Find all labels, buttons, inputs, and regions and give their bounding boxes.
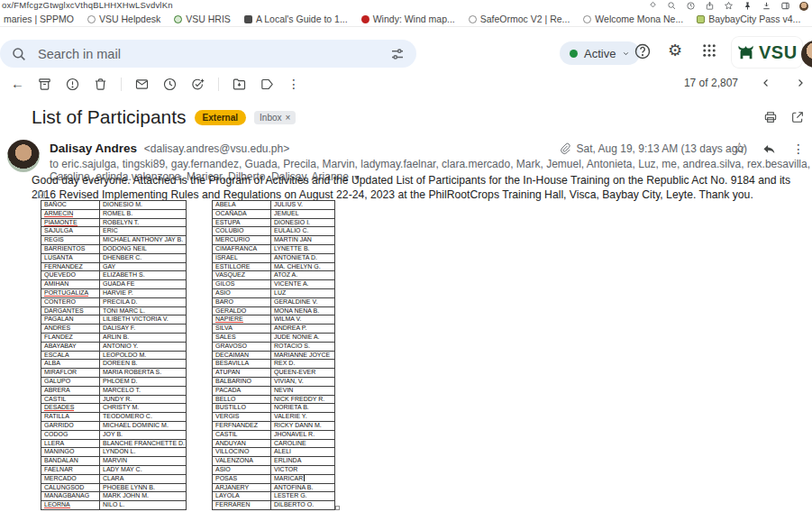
bookmark-item[interactable]: maries | SPPMO [4,14,74,24]
bookmark-item[interactable]: BaybayCity Pass v4... [697,14,800,24]
extensions-pin-icon[interactable] [743,1,753,11]
firstname-cell: GAY [100,262,187,271]
firstname-cell: ATOZ A. [271,271,335,280]
bookmark-item[interactable]: VSU HRIS [174,14,231,24]
archive-icon[interactable] [37,77,52,92]
browser-profile-avatar[interactable] [799,2,808,11]
zoom-icon[interactable] [667,1,677,11]
surname-cell: DESADES [41,404,100,413]
print-icon[interactable] [763,110,778,124]
surname-cell: CASTIL [41,395,100,404]
history-icon[interactable] [686,1,696,11]
more-options-icon[interactable]: ⋮ [287,77,300,91]
surname-cell: GILOS [213,280,271,289]
help-icon[interactable] [634,42,652,60]
firstname-cell: PRECILA D. [100,297,187,306]
firstname-cell: DALISAY F. [100,325,187,334]
bookmark-item[interactable]: A Local's Guide to 1... [244,14,348,24]
delete-icon[interactable] [93,77,108,92]
share-icon[interactable] [705,1,715,11]
table-resize-handle[interactable] [335,506,340,510]
settings-gear-icon[interactable]: ⚙ [668,41,682,59]
participant-row: CONTEROPRECILA D. [41,297,187,306]
side-panel-icon[interactable] [780,1,790,11]
firstname-cell: LILIBETH VICTORIA V. [100,315,187,325]
gmail-profile-avatar[interactable] [801,41,812,68]
participant-row: BAROGERALDINE V. [213,297,335,306]
surname-cell: DECAIMAN [213,351,271,360]
remove-label-icon[interactable]: × [286,113,291,123]
firstname-cell: ERLINDA [271,457,335,466]
surname-cell: ESCALA [41,351,100,360]
firstname-cell: ALELI [271,448,335,457]
snooze-icon[interactable] [162,77,178,92]
bookmark-item[interactable]: Windy: Wind map... [361,14,455,24]
bookmark-item[interactable]: Welcome Mona Ne... [583,14,683,24]
surname-cell: MANINGO [41,448,100,457]
table-handle-icon[interactable]: + [38,191,45,198]
back-icon[interactable]: ← [11,77,24,91]
surname-cell: SAJULGA [41,227,100,236]
firstname-cell: CLARA [100,474,187,483]
participant-row: DESADESCHRISTY M. [41,404,187,413]
participant-row: COLUBIOEULALIO C. [213,227,335,236]
participant-row: NAPIEREWILMA V. [213,315,335,325]
firstname-cell: VICTOR [271,465,335,474]
message-more-icon[interactable]: ⋮ [792,142,805,156]
bookmark-favicon-icon [469,15,477,23]
move-to-icon[interactable] [232,77,247,92]
participant-row: GERALDOMONA NENA B. [213,306,335,315]
firstname-cell: MARIANNE JOYCE [271,351,335,360]
bookmark-star-icon[interactable] [724,1,734,11]
bookmark-label: VSU Helpdesk [99,14,160,24]
surname-cell: COLUBIO [213,227,271,236]
bookmark-favicon-icon [361,15,370,23]
participant-row: VASQUEZATOZ A. [213,271,335,280]
participants-table-right: ABELAJULIUS V.OCAÑADAJEMUELESTUPADIONESI… [212,200,335,510]
apps-grid-icon[interactable] [701,42,717,62]
participant-row: ABELAJULIUS V. [213,201,335,210]
logo-text: VSU [759,42,798,63]
firstname-cell: LADY MAY C. [100,465,187,474]
surname-cell: LEORNA [41,501,100,510]
bookmark-item[interactable]: VSU Helpdesk [87,14,160,24]
download-icon[interactable] [762,1,771,11]
firstname-cell: ROMEL B. [100,209,187,218]
labels-icon[interactable] [260,77,275,92]
search-bar[interactable] [0,40,416,68]
participant-row: FERRARENDILBERTO O. [213,501,335,510]
bookmark-item[interactable]: SafeOrmoc V2 | Re... [469,14,570,24]
status-selector[interactable]: Active [560,41,640,65]
bookmark-label: maries | SPPMO [4,14,74,24]
star-icon[interactable]: ☆ [733,141,746,157]
firstname-cell: ELIZABETH S. [100,271,187,280]
participant-row: ISRAELANTONIETA D. [213,253,335,262]
surname-cell: ATUPAN [213,369,271,378]
reply-icon[interactable] [762,142,777,157]
firstname-cell: JULIUS V. [271,201,335,210]
participant-row: SALESJUDE NONIE A. [213,333,335,342]
surname-cell: BAÑOC [41,201,100,210]
open-in-new-icon[interactable] [790,110,805,124]
older-email-icon[interactable] [794,77,807,89]
search-options-icon[interactable] [389,46,406,62]
surname-cell: MIRAFLOR [41,369,100,378]
bookmark-favicon-icon [174,15,182,23]
search-icon [11,46,27,62]
firstname-cell: DOREEN B. [100,360,187,369]
report-spam-icon[interactable] [65,77,80,92]
add-to-tasks-icon[interactable] [190,77,205,92]
message-actions: ☆ ⋮ [733,141,805,157]
reading-mode-icon[interactable] [648,1,658,11]
text-cursor [304,475,305,481]
newer-email-icon[interactable] [760,77,772,89]
mark-unread-icon[interactable] [134,77,150,92]
sender-avatar[interactable] [7,140,40,172]
bookmark-items: maries | SPPMOVSU HelpdeskVSU HRISA Loca… [4,14,812,24]
participant-row: CASTILJUNDY R. [41,395,187,404]
surname-cell: ALBA [41,360,100,369]
inbox-label-chip[interactable]: Inbox × [254,111,296,124]
search-input[interactable] [36,46,389,62]
participant-row: FAELNARLADY MAY C. [41,465,187,474]
firstname-cell: ROTACIO S. [271,342,335,351]
